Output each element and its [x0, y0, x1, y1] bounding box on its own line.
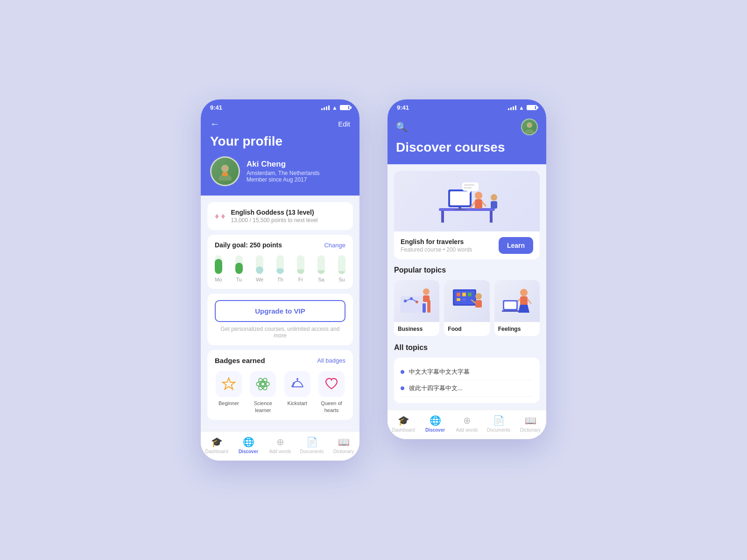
- badges-row: Beginner Science learner: [215, 371, 345, 413]
- nav-dictionary-label-d: Dictionary: [520, 427, 541, 433]
- svg-rect-57: [502, 310, 519, 312]
- profile-info-text: Aki Cheng Amsterdam, The Netherlands Mem…: [247, 160, 320, 183]
- phone-discover: 9:41 ▲ 🔍: [388, 99, 546, 439]
- nav-dashboard-label: Dashboard: [205, 449, 228, 454]
- badge-queen-of-hearts-icon: [318, 371, 345, 397]
- nav-discover-d[interactable]: 🌐 Discover: [419, 415, 451, 433]
- svg-rect-15: [441, 211, 444, 223]
- diamond-icon-2: ♦: [221, 211, 225, 221]
- discover-title: Discover courses: [396, 140, 538, 155]
- badge-beginner-label: Beginner: [218, 400, 239, 406]
- edit-button[interactable]: Edit: [338, 120, 350, 128]
- nav-documents-d[interactable]: 📄 Documents: [483, 415, 514, 433]
- user-location: Amsterdam, The Netherlands: [247, 170, 320, 176]
- dictionary-icon: 📖: [338, 436, 350, 448]
- featured-card: English for travelers Featured course • …: [394, 171, 540, 259]
- svg-rect-40: [423, 295, 430, 302]
- all-topics-title: All topics: [394, 343, 540, 352]
- learn-button[interactable]: Learn: [499, 237, 533, 254]
- level-points: 13,000 / 15,500 points to next level: [231, 217, 317, 224]
- change-goal-button[interactable]: Change: [324, 242, 345, 249]
- wifi-icon-2: ▲: [519, 105, 524, 111]
- daily-goal-card: Daily goal: 250 points Change Mo Tu We: [207, 235, 353, 289]
- nav-dashboard-d[interactable]: 🎓 Dashboard: [388, 415, 419, 433]
- badge-queen-of-hearts: Queen of hearts: [317, 371, 345, 413]
- level-name: English Goddess (13 level): [231, 209, 317, 216]
- featured-text: English for travelers Featured course • …: [401, 238, 472, 253]
- avatar-image: [211, 158, 239, 185]
- topics-row: Business: [394, 280, 540, 336]
- badges-card: Badges earned All badges Beginner: [207, 350, 353, 420]
- search-button[interactable]: 🔍: [396, 121, 408, 133]
- nav-add-words-d[interactable]: ⊕ Add words: [451, 415, 483, 433]
- nav-dictionary[interactable]: 📖 Dictionary: [328, 436, 359, 454]
- nav-dashboard-label-d: Dashboard: [392, 427, 415, 433]
- svg-point-39: [423, 288, 430, 295]
- day-label-tu: Tu: [236, 277, 242, 282]
- dashboard-icon: 🎓: [211, 436, 223, 448]
- featured-illustration: [394, 171, 540, 231]
- nav-documents-label-d: Documents: [487, 427, 511, 433]
- nav-dictionary-label: Dictionary: [333, 449, 354, 454]
- svg-rect-47: [462, 293, 466, 296]
- level-card: ♦ ♦ English Goddess (13 level) 13,000 / …: [207, 202, 353, 230]
- nav-add-words-label-d: Add words: [456, 427, 478, 433]
- daily-goal-title: Daily goal: 250 points: [215, 241, 282, 249]
- all-badges-button[interactable]: All badges: [317, 357, 345, 364]
- svg-rect-26: [491, 201, 497, 209]
- battery-icon: [340, 105, 350, 110]
- nav-documents-label: Documents: [300, 449, 324, 454]
- topic-dot-1: [401, 370, 404, 374]
- bottom-nav-profile: 🎓 Dashboard 🌐 Discover ⊕ Add words 📄 Doc…: [201, 431, 359, 461]
- nav-dashboard[interactable]: 🎓 Dashboard: [201, 436, 233, 454]
- avatar: [210, 156, 240, 186]
- user-avatar[interactable]: [521, 119, 538, 135]
- svg-rect-52: [520, 296, 528, 306]
- profile-header: ← Edit Your profile Aki Che: [201, 114, 359, 196]
- day-label-su: Su: [338, 277, 345, 282]
- upgrade-button[interactable]: Upgrade to VIP: [215, 300, 345, 322]
- badge-beginner: Beginner: [215, 371, 243, 413]
- nav-documents[interactable]: 📄 Documents: [296, 436, 328, 454]
- back-button[interactable]: ←: [210, 119, 219, 129]
- level-text: English Goddess (13 level) 13,000 / 15,5…: [231, 209, 317, 224]
- topic-business[interactable]: Business: [394, 280, 439, 336]
- topic-feelings-label: Feelings: [494, 322, 540, 336]
- day-label-mo: Mo: [215, 277, 222, 282]
- dashboard-icon-d: 🎓: [398, 415, 409, 426]
- course-name: English for travelers: [401, 238, 472, 245]
- nav-add-words[interactable]: ⊕ Add words: [264, 436, 296, 454]
- svg-line-54: [528, 299, 531, 303]
- days-row: Mo Tu We Th: [215, 255, 345, 282]
- topic-feelings[interactable]: Feelings: [494, 280, 540, 336]
- svg-point-13: [525, 129, 534, 133]
- nav-discover[interactable]: 🌐 Discover: [233, 436, 264, 454]
- topic-list-item-1[interactable]: 中文大字幕中文大字幕: [401, 364, 533, 380]
- svg-point-43: [475, 293, 482, 300]
- topic-food-label: Food: [444, 322, 489, 336]
- nav-discover-label-d: Discover: [425, 427, 445, 433]
- nav-dictionary-d[interactable]: 📖 Dictionary: [514, 415, 546, 433]
- svg-rect-29: [464, 184, 474, 186]
- upgrade-desc: Get personalized courses, unlimited acce…: [215, 326, 345, 339]
- svg-rect-50: [462, 298, 466, 301]
- user-name: Aki Cheng: [247, 160, 320, 169]
- add-words-icon-d: ⊕: [463, 415, 471, 426]
- svg-rect-27: [462, 182, 479, 191]
- day-col-su: Su: [338, 255, 345, 282]
- upgrade-card: Upgrade to VIP Get personalized courses,…: [207, 294, 353, 345]
- nav-discover-label: Discover: [239, 449, 258, 454]
- topic-list-text-2: 彼此十四字幕中文...: [409, 384, 463, 392]
- profile-info-row: Aki Cheng Amsterdam, The Netherlands Mem…: [210, 156, 350, 186]
- topic-food[interactable]: Food: [444, 280, 489, 336]
- svg-rect-46: [457, 293, 460, 296]
- nav-add-words-label: Add words: [269, 449, 291, 454]
- svg-line-24: [482, 202, 486, 206]
- svg-rect-30: [464, 187, 472, 189]
- badge-queen-of-hearts-label: Queen of hearts: [317, 400, 345, 413]
- day-label-fr: Fr: [298, 277, 303, 282]
- topic-list-item-2[interactable]: 彼此十四字幕中文...: [401, 380, 533, 397]
- badge-science-learner-label: Science learner: [249, 400, 277, 413]
- feelings-illustration: [494, 280, 540, 322]
- day-col-tu: Tu: [235, 255, 243, 282]
